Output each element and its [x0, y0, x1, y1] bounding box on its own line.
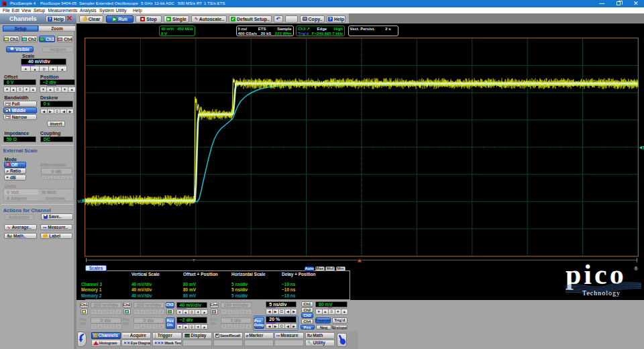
svg-text:T: T [193, 258, 195, 262]
